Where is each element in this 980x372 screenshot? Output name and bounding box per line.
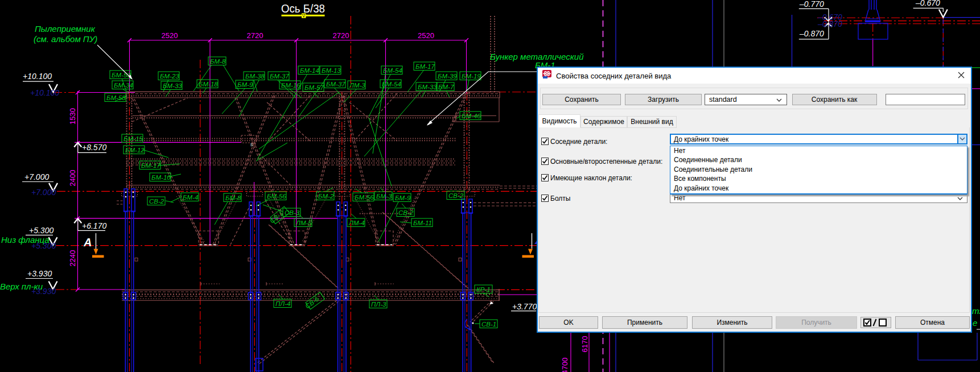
svg-text:А: А: [83, 236, 92, 249]
svg-text:БМ-11: БМ-11: [413, 220, 432, 226]
svg-text:СВ-6: СВ-6: [304, 295, 320, 309]
svg-text:БМ-17: БМ-17: [415, 63, 435, 70]
svg-text:БМ-23: БМ-23: [160, 73, 179, 80]
svg-text:БМ-54: БМ-54: [382, 81, 401, 88]
svg-text:БМ-57: БМ-57: [304, 84, 324, 91]
svg-text:S: S: [250, 143, 253, 147]
svg-text:–0.870: –0.870: [817, 19, 842, 28]
svg-text:БМ-13: БМ-13: [322, 67, 341, 74]
svg-text:БМ-8: БМ-8: [210, 58, 226, 65]
svg-text:2720: 2720: [247, 31, 263, 40]
svg-text:тз: тз: [972, 306, 980, 316]
svg-text:(см. альбом ПУ): (см. альбом ПУ): [34, 34, 97, 44]
svg-text:+5.300: +5.300: [31, 241, 56, 250]
svg-text:+3.770: +3.770: [512, 302, 537, 311]
svg-text:е: е: [973, 318, 977, 328]
svg-text:БМ-15: БМ-15: [123, 135, 143, 142]
svg-text:+3.930: +3.930: [27, 269, 52, 278]
svg-text:+7.000: +7.000: [31, 188, 56, 197]
svg-text:БМ-37: БМ-37: [270, 73, 289, 80]
svg-text:+5.300: +5.300: [29, 226, 53, 235]
svg-text:2720: 2720: [333, 31, 349, 40]
svg-text:+3.930: +3.930: [31, 287, 56, 296]
svg-text:БМ-19: БМ-19: [462, 73, 481, 80]
svg-text:БМ-3: БМ-3: [376, 193, 392, 200]
svg-text:БМ-33: БМ-33: [418, 84, 437, 90]
svg-text:СВ-2: СВ-2: [398, 209, 414, 216]
svg-text:2520: 2520: [418, 31, 434, 40]
svg-text:ПЛ-3: ПЛ-3: [371, 301, 386, 308]
svg-text:–0.870: –0.870: [799, 29, 824, 38]
svg-text:КР-1: КР-1: [476, 286, 491, 293]
svg-text:+7.000: +7.000: [24, 172, 49, 181]
svg-text:БМ-14: БМ-14: [300, 67, 319, 74]
svg-text:БМ-54: БМ-54: [383, 67, 402, 74]
svg-text:БМ-39: БМ-39: [438, 73, 457, 80]
svg-text:БМ-10: БМ-10: [151, 174, 171, 181]
svg-text:2240: 2240: [68, 250, 77, 267]
svg-text:БМ-37: БМ-37: [326, 81, 345, 88]
svg-text:БМ-8: БМ-8: [225, 195, 241, 201]
svg-text:2400: 2400: [68, 170, 77, 187]
svg-text:СВ-1: СВ-1: [481, 321, 496, 328]
svg-text:+10.100: +10.100: [23, 72, 52, 81]
svg-text:БМ-9: БМ-9: [237, 81, 253, 88]
svg-text:+10.100: +10.100: [30, 88, 59, 97]
svg-text:ЛМ-5: ЛМ-5: [295, 220, 312, 226]
svg-text:6170: 6170: [580, 336, 589, 353]
svg-text:4700: 4700: [561, 358, 569, 372]
svg-text:БМ-9: БМ-9: [395, 195, 411, 201]
svg-text:Пылеприемник: Пылеприемник: [35, 24, 96, 34]
svg-text:ПЛ-4: ПЛ-4: [275, 300, 290, 307]
svg-text:БМ-56: БМ-56: [267, 193, 286, 200]
svg-text:–0.770: –0.770: [799, 0, 824, 9]
svg-text:БМ-12: БМ-12: [125, 147, 145, 154]
svg-text:–0.670: –0.670: [915, 0, 940, 7]
svg-text:СВ-2: СВ-2: [448, 192, 464, 199]
svg-text:Ось Б/38: Ось Б/38: [281, 2, 325, 15]
svg-text:1530: 1530: [68, 108, 77, 125]
svg-text:+6.170: +6.170: [82, 221, 106, 230]
svg-text:БМ-46: БМ-46: [462, 113, 481, 119]
svg-text:БМ-38: БМ-38: [245, 73, 265, 80]
svg-text:СВ-2: СВ-2: [149, 198, 164, 205]
svg-text:СВ-3: СВ-3: [285, 209, 300, 216]
svg-text:БМ-16: БМ-16: [281, 82, 300, 89]
svg-text:ЛМ-3: ЛМ-3: [349, 82, 365, 89]
svg-text:БМ-2: БМ-2: [318, 193, 334, 200]
svg-text:БМ-18: БМ-18: [199, 81, 218, 88]
svg-text:ЛМ-4: ЛМ-4: [348, 220, 365, 226]
svg-text:2520: 2520: [162, 31, 178, 40]
svg-text:+8.570: +8.570: [82, 143, 106, 152]
svg-text:БМ-56: БМ-56: [355, 194, 374, 201]
svg-text:БМ-4: БМ-4: [183, 194, 198, 201]
